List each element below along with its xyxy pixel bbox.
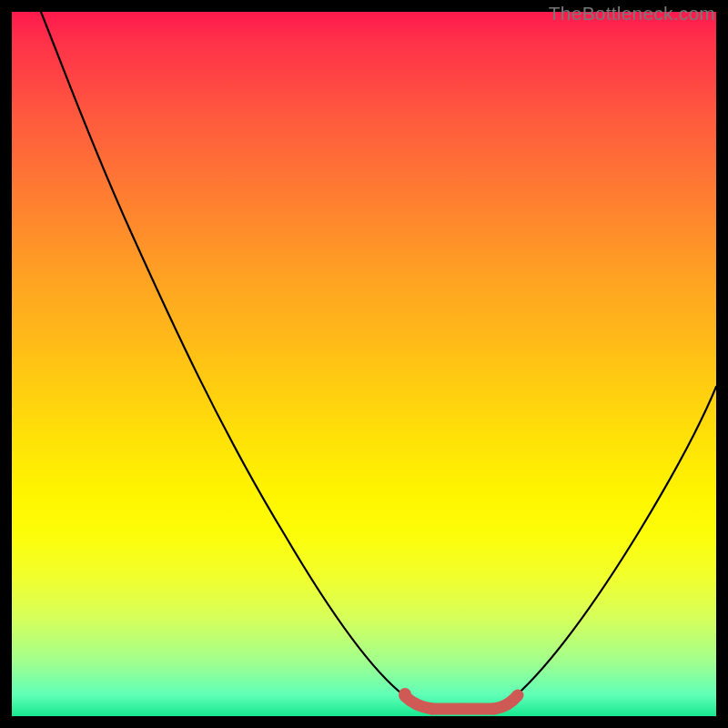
highlight-dot-left (399, 688, 411, 701)
watermark: TheBottleneck.com (549, 3, 715, 25)
curve-left (41, 12, 410, 700)
curve-right (514, 387, 716, 697)
chart-container: TheBottleneck.com (0, 0, 728, 728)
chart-overlay (12, 12, 716, 716)
highlight-dot-right (512, 690, 524, 702)
